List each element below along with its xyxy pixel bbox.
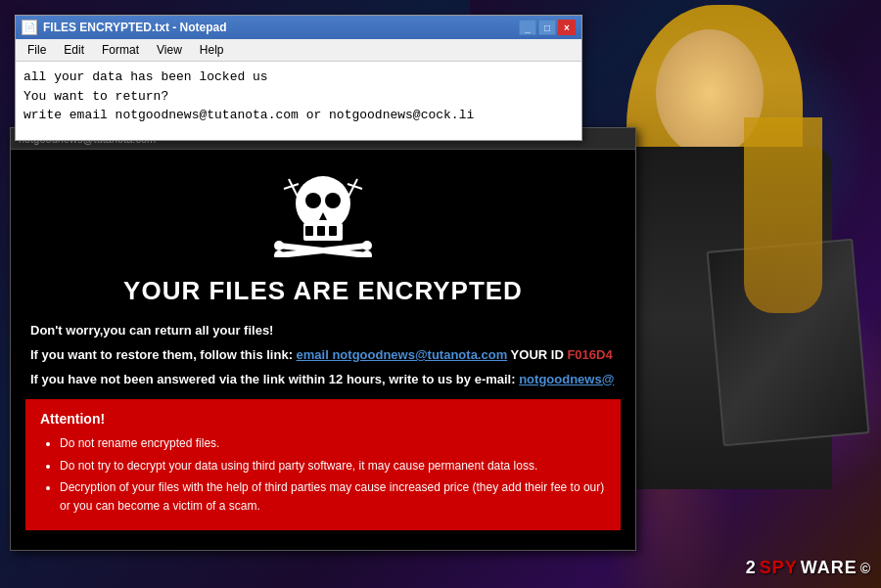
ransom-email-link[interactable]: email notgoodnews@tutanota.com — [297, 347, 508, 362]
close-button[interactable]: × — [558, 20, 576, 35]
ransom-title: YOUR FILES ARE ENCRYPTED — [25, 276, 621, 306]
maximize-button[interactable]: □ — [538, 20, 556, 35]
ransom-text-area: Don't worry,you can return all your file… — [25, 321, 621, 389]
svg-point-13 — [362, 250, 372, 257]
svg-rect-5 — [305, 226, 313, 236]
svg-rect-6 — [317, 226, 325, 236]
attention-item-2: Do not try to decrypt your data using th… — [60, 457, 606, 475]
attention-item-3: Decryption of your files with the help o… — [60, 478, 606, 516]
attention-item-1: Do not rename encrypted files. — [60, 434, 606, 453]
ransom-window: notgoodnews@tutanota.com — [10, 127, 636, 551]
ransom-line-3: If you have not been answered via the li… — [30, 370, 616, 390]
svg-rect-7 — [329, 226, 337, 236]
minimize-button[interactable]: _ — [519, 20, 536, 35]
notepad-icon: 📄 — [22, 20, 37, 35]
watermark-spy: SPY — [760, 558, 798, 578]
notepad-menubar: File Edit Format View Help — [16, 39, 581, 62]
svg-point-2 — [305, 193, 321, 208]
ransom-id: F016D4 — [567, 347, 612, 362]
attention-box: Attention! Do not rename encrypted files… — [25, 399, 621, 530]
watermark-ware: WARE — [801, 558, 858, 578]
skull-area — [25, 169, 621, 261]
menu-edit[interactable]: Edit — [56, 41, 92, 59]
attention-title: Attention! — [40, 411, 606, 427]
notepad-title: FILES ENCRYPTED.txt - Notepad — [43, 21, 513, 34]
svg-point-0 — [296, 176, 350, 231]
menu-help[interactable]: Help — [192, 41, 232, 59]
svg-point-10 — [274, 241, 284, 250]
svg-point-11 — [274, 250, 284, 257]
svg-point-3 — [325, 193, 341, 208]
attention-list: Do not rename encrypted files. Do not tr… — [40, 434, 606, 516]
svg-point-12 — [362, 241, 372, 250]
notepad-content: all your data has been locked us You wan… — [16, 62, 581, 140]
watermark: 2 SPY WARE © — [746, 558, 871, 578]
menu-view[interactable]: View — [149, 41, 190, 59]
ransom-line-1: Don't worry,you can return all your file… — [30, 321, 616, 341]
notepad-line-2: You want to return? — [23, 87, 574, 107]
window-controls[interactable]: _ □ × — [519, 20, 576, 35]
notepad-line-3: write email notgoodnews@tutanota.com or … — [23, 106, 574, 125]
watermark-number: 2 — [746, 558, 757, 578]
ransom-body: YOUR FILES ARE ENCRYPTED Don't worry,you… — [11, 150, 635, 550]
ransom-email-link-2[interactable]: notgoodnews@ — [519, 372, 614, 386]
notepad-window: 📄 FILES ENCRYPTED.txt - Notepad _ □ × Fi… — [15, 15, 582, 141]
notepad-titlebar: 📄 FILES ENCRYPTED.txt - Notepad _ □ × — [16, 16, 581, 39]
watermark-symbol: © — [860, 561, 871, 576]
menu-file[interactable]: File — [20, 41, 54, 59]
notepad-line-1: all your data has been locked us — [23, 68, 574, 87]
menu-format[interactable]: Format — [94, 41, 147, 59]
skull-icon — [274, 169, 372, 257]
ransom-line-2: If you want to restore them, follow this… — [30, 345, 616, 366]
